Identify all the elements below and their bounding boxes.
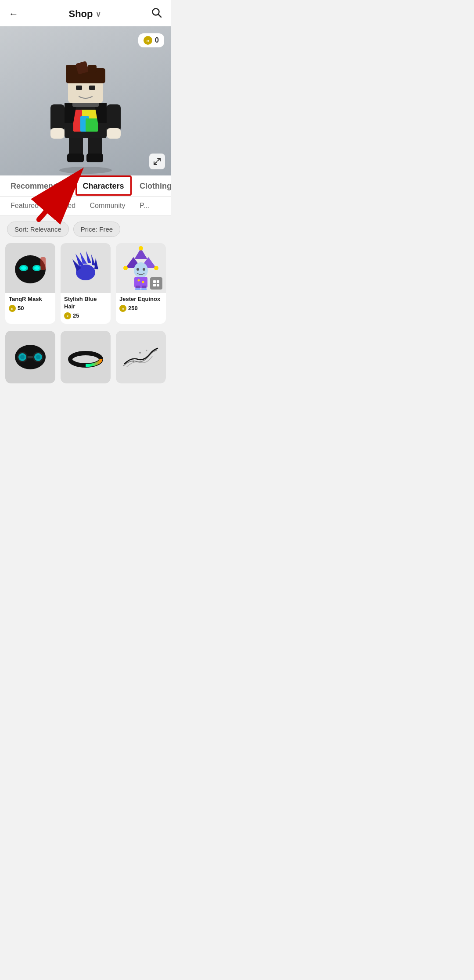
svg-marker-49: [94, 258, 98, 269]
svg-rect-13: [86, 118, 98, 132]
svg-point-55: [123, 266, 128, 270]
item-slash[interactable]: [116, 331, 166, 383]
header: ← Shop ∨: [0, 0, 171, 26]
expand-button[interactable]: [149, 154, 165, 169]
robux-icon-small3: R: [119, 305, 126, 312]
svg-rect-40: [40, 257, 46, 270]
coins-badge[interactable]: R 0: [138, 33, 164, 47]
back-button[interactable]: ←: [9, 8, 18, 20]
robux-icon: R: [144, 36, 152, 45]
item-goggles[interactable]: [5, 331, 55, 383]
category-tabs: Recommended Characters Clothing A...: [0, 175, 171, 197]
item-jester[interactable]: Jester Equinox R 250: [116, 243, 166, 324]
item-jester-thumb: [116, 243, 166, 293]
svg-rect-18: [50, 128, 65, 139]
svg-rect-27: [76, 86, 82, 90]
item-tanqr-mask-name: TanqR Mask: [9, 296, 52, 303]
price-value: 50: [18, 305, 24, 311]
svg-point-62: [138, 279, 140, 282]
svg-point-57: [154, 266, 158, 270]
item-ring[interactable]: [61, 331, 111, 383]
shop-title[interactable]: Shop ∨: [69, 8, 101, 20]
svg-point-85: [146, 350, 147, 351]
items-grid-bottom: [0, 331, 171, 390]
price-filter[interactable]: Price: Free: [73, 222, 120, 237]
item-tanqr-mask-thumb: [5, 243, 55, 293]
hero-banner: R 0: [0, 26, 171, 175]
item-tanqr-mask-price: R 50: [9, 305, 52, 312]
price-value3: 250: [128, 305, 138, 311]
subtab-limited[interactable]: Limited: [47, 197, 82, 215]
title-text: Shop: [69, 8, 93, 20]
svg-point-4: [59, 167, 112, 174]
svg-rect-81: [28, 356, 33, 358]
sort-filter[interactable]: Sort: Relevance: [7, 222, 69, 237]
search-button[interactable]: [151, 7, 162, 21]
svg-point-60: [143, 268, 145, 271]
svg-text:R: R: [67, 315, 69, 318]
item-blue-hair-thumb: [61, 243, 111, 293]
price-value2: 25: [73, 312, 79, 319]
subtab-featured[interactable]: Featured: [4, 197, 45, 215]
svg-point-39: [34, 266, 40, 270]
svg-rect-28: [89, 86, 95, 90]
item-blue-hair[interactable]: Stylish Blue Hair R 25: [61, 243, 111, 324]
item-blue-hair-info: Stylish Blue Hair R 25: [61, 293, 111, 324]
svg-rect-71: [157, 284, 159, 286]
character-preview: [42, 53, 129, 175]
svg-point-63: [142, 281, 144, 283]
subtab-community[interactable]: Community: [84, 197, 132, 215]
robux-icon-small2: R: [64, 312, 71, 319]
item-tanqr-mask-info: TanqR Mask R 50: [5, 293, 55, 316]
svg-rect-7: [67, 154, 84, 162]
item-blue-hair-price: R 25: [64, 312, 107, 319]
robux-icon-small: R: [9, 305, 16, 312]
svg-text:R: R: [122, 308, 124, 310]
svg-rect-16: [50, 104, 65, 132]
sub-tabs: Featured Limited Community P...: [0, 197, 171, 215]
item-tanqr-mask[interactable]: TanqR Mask R 50: [5, 243, 55, 324]
svg-point-53: [139, 246, 143, 250]
svg-rect-26: [88, 65, 97, 73]
tab-characters[interactable]: Characters: [75, 175, 132, 196]
svg-point-84: [139, 352, 141, 354]
svg-rect-68: [153, 280, 156, 283]
svg-line-1: [158, 14, 162, 18]
svg-point-38: [21, 266, 26, 270]
items-grid: TanqR Mask R 50: [0, 243, 171, 331]
svg-point-80: [36, 355, 40, 359]
svg-text:R: R: [147, 39, 149, 43]
chevron-down-icon: ∨: [96, 10, 101, 18]
filter-row: Sort: Relevance Price: Free: [0, 215, 171, 243]
svg-text:R: R: [11, 308, 14, 310]
svg-rect-69: [157, 280, 159, 283]
svg-rect-8: [86, 154, 103, 162]
item-blue-hair-name: Stylish Blue Hair: [64, 296, 107, 311]
svg-point-59: [136, 268, 139, 271]
tab-clothing[interactable]: Clothing: [133, 175, 171, 197]
svg-marker-47: [86, 251, 91, 263]
item-jester-info: Jester Equinox R 250: [116, 293, 166, 316]
svg-point-77: [20, 355, 25, 359]
item-jester-price: R 250: [119, 305, 162, 312]
item-jester-name: Jester Equinox: [119, 296, 162, 303]
svg-rect-19: [107, 128, 121, 139]
subtab-premium[interactable]: P...: [133, 197, 155, 215]
svg-point-86: [133, 361, 134, 362]
svg-point-58: [134, 262, 148, 278]
bundle-icon: [150, 277, 162, 290]
svg-rect-17: [107, 104, 121, 132]
tab-recommended[interactable]: Recommended: [4, 175, 73, 197]
svg-rect-70: [153, 284, 156, 286]
coins-amount: 0: [155, 36, 159, 44]
page-wrapper: ← Shop ∨ R 0: [0, 0, 171, 390]
